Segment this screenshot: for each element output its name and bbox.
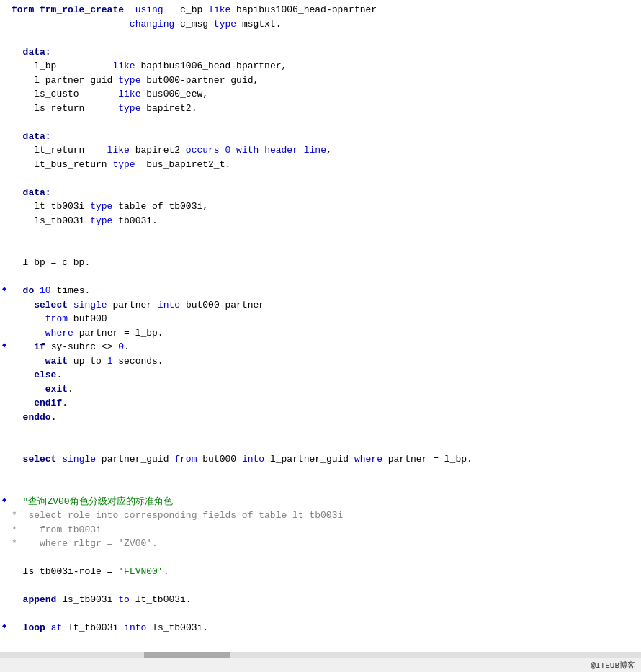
code-token: bapibus1006_head-bpartner, xyxy=(135,61,287,71)
code-line: * from tb003i xyxy=(0,523,641,537)
scrollbar-thumb[interactable] xyxy=(144,652,230,658)
code-token: table of tb003i, xyxy=(112,201,208,212)
line-content: loop at lt_tb003i into ls_tb003i. xyxy=(9,621,641,635)
code-line: select single partner into but000-partne… xyxy=(0,298,641,313)
code-token: like xyxy=(208,4,230,15)
status-bar: @ITEUB博客 xyxy=(0,658,641,672)
code-line xyxy=(0,228,641,242)
code-token: append xyxy=(23,594,57,605)
line-content xyxy=(9,635,641,650)
line-content xyxy=(9,270,641,285)
line-content: * select role into corresponding fields … xyxy=(9,509,641,523)
code-token: but000-partner xyxy=(180,300,264,310)
code-token: lt_tb003i xyxy=(62,622,124,633)
code-token: . xyxy=(62,398,68,408)
code-token: into xyxy=(158,300,180,310)
code-token: type xyxy=(214,19,236,30)
code-token: but000 xyxy=(68,313,107,324)
code-token: where xyxy=(354,454,382,465)
code-token xyxy=(12,398,34,408)
code-token: but000-partner_guid, xyxy=(140,75,259,86)
code-line: lt_tb003i type table of tb003i, xyxy=(0,200,641,214)
code-token xyxy=(12,300,34,310)
code-line xyxy=(0,579,641,593)
code-token: 'FLVN00' xyxy=(118,566,163,577)
code-token: like xyxy=(118,89,140,99)
line-content xyxy=(9,480,641,495)
code-token xyxy=(12,356,45,367)
code-token: like xyxy=(107,145,130,156)
code-line: l_partner_guid type but000-partner_guid, xyxy=(0,73,641,88)
line-content xyxy=(9,171,641,186)
code-token xyxy=(12,285,23,296)
code-line xyxy=(0,607,641,622)
line-content: endif. xyxy=(9,396,641,411)
line-content: from but000 xyxy=(9,312,641,326)
code-token: into xyxy=(124,622,146,633)
code-line: enddo. xyxy=(0,411,641,425)
code-token: single xyxy=(62,454,96,465)
code-token xyxy=(12,594,23,605)
code-token: ls_return xyxy=(12,103,118,114)
line-content: select single partner_guid from but000 i… xyxy=(9,452,641,467)
code-token: do xyxy=(23,285,35,296)
code-token: occurs xyxy=(186,145,220,156)
code-token: select xyxy=(34,300,68,310)
line-content xyxy=(9,242,641,256)
code-token: * where rltgr = 'ZV00'. xyxy=(12,538,158,549)
code-token: partner_guid xyxy=(96,454,174,465)
code-token xyxy=(12,313,45,324)
code-line: changing c_msg type msgtxt. xyxy=(0,17,641,32)
code-token: sy-subrc <> xyxy=(45,341,118,352)
code-token: wait xyxy=(45,356,68,367)
code-line: ◆ loop at lt_tb003i into ls_tb003i. xyxy=(0,621,641,635)
code-line: data: xyxy=(0,130,641,144)
line-content: data: xyxy=(9,186,641,200)
line-content xyxy=(9,579,641,593)
code-token: data: xyxy=(12,47,51,58)
code-line: wait up to 1 seconds. xyxy=(0,354,641,369)
line-content xyxy=(9,228,641,242)
code-line: data: xyxy=(0,186,641,200)
code-token: bus000_eew, xyxy=(140,89,208,99)
code-token: ls_tb003i xyxy=(56,594,118,605)
code-editor: form frm_role_create using c_bp like bap… xyxy=(0,0,641,672)
code-token: where xyxy=(45,328,73,339)
code-token: ls_tb003i. xyxy=(146,622,208,633)
code-token: partner = l_bp. xyxy=(382,454,472,465)
code-line: ◆ if sy-subrc <> 0. xyxy=(0,340,641,354)
line-content xyxy=(9,607,641,622)
code-token: type xyxy=(118,75,140,86)
code-token: l_partner_guid xyxy=(12,75,118,86)
code-token: at xyxy=(51,622,63,633)
line-content: do 10 times. xyxy=(9,284,641,298)
code-token: 0 xyxy=(118,341,124,352)
code-line xyxy=(0,270,641,285)
line-content xyxy=(9,439,641,453)
code-token: . xyxy=(163,566,169,577)
line-content: l_bp like bapibus1006_head-bpartner, xyxy=(9,59,641,73)
code-line xyxy=(0,551,641,565)
line-gutter: ◆ xyxy=(0,284,9,295)
horizontal-scrollbar[interactable] xyxy=(0,652,641,658)
code-token: up to xyxy=(68,356,107,367)
line-content: ls_tb003i-role = 'FLVN00'. xyxy=(9,565,641,579)
line-content: lt_tb003i type table of tb003i, xyxy=(9,200,641,214)
code-token xyxy=(12,369,34,380)
code-token: . xyxy=(51,412,57,423)
code-token: like xyxy=(112,61,135,71)
line-content: else. xyxy=(9,368,641,382)
code-token: line xyxy=(304,145,326,156)
line-gutter: ◆ xyxy=(0,621,9,632)
code-token: from xyxy=(174,454,197,465)
line-content: lt_return like bapiret2 occurs 0 with he… xyxy=(9,143,641,158)
code-token: lt_bus_return xyxy=(12,159,112,170)
code-token: tb003i. xyxy=(112,215,157,226)
blog-attribution: @ITEUB博客 xyxy=(591,660,635,671)
code-token: partner xyxy=(107,300,158,310)
code-line: ls_return type bapiret2. xyxy=(0,102,641,116)
code-token: c_bp xyxy=(163,4,208,15)
code-token: form frm_role_create xyxy=(12,4,135,15)
code-line: where partner = l_bp. xyxy=(0,326,641,341)
code-token: type xyxy=(90,201,112,212)
